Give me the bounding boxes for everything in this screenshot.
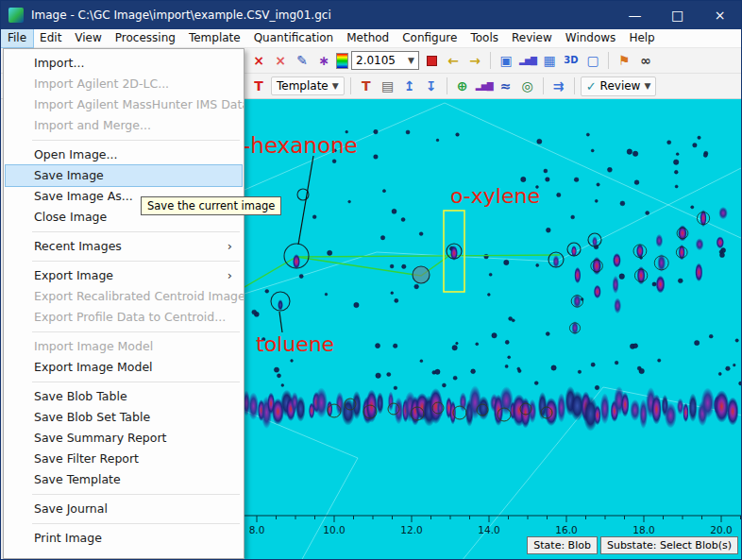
menubar-item-review[interactable]: Review xyxy=(505,29,559,47)
globe-icon[interactable]: ⊕ xyxy=(453,76,472,95)
menu-item-label: Import Agilent 2D-LC... xyxy=(34,76,169,91)
dropdown-arrow-icon: ▼ xyxy=(332,81,339,91)
back-icon[interactable]: ← xyxy=(444,51,463,70)
window-title: Image - C:\GC Image\import\example.CSV_i… xyxy=(31,8,614,22)
stats-icon[interactable]: ▂▅▇ xyxy=(475,76,494,95)
file-menu-item-save-journal[interactable]: Save Journal xyxy=(6,499,242,519)
file-menu-item-save-filter-report[interactable]: Save Filter Report xyxy=(6,449,242,469)
zoom-level-value: 2.0105 xyxy=(356,54,396,67)
menu-separator xyxy=(32,382,240,382)
menu-item-label: Print Image xyxy=(34,531,102,545)
export-template-icon[interactable]: ↧ xyxy=(422,76,441,95)
delete-blob-icon[interactable]: × xyxy=(249,51,268,70)
chromatogram-background xyxy=(245,99,742,560)
template-dropdown-button[interactable]: Template▼ xyxy=(271,76,345,95)
x-tick-label: 18.0 xyxy=(632,524,654,535)
review-label: Review xyxy=(600,79,641,93)
file-menu-item-save-template[interactable]: Save Template xyxy=(6,469,242,490)
file-menu-item-save-blob-table[interactable]: Save Blob Table xyxy=(6,386,242,407)
menubar-item-method[interactable]: Method xyxy=(340,29,396,47)
menubar-item-template[interactable]: Template xyxy=(182,29,247,47)
delete-all-blobs-icon[interactable]: × xyxy=(271,51,290,70)
menu-item-label: Export Profile Data to Centroid... xyxy=(34,310,226,324)
menu-item-label: Import Image Model xyxy=(34,339,153,353)
zoom-region-icon[interactable]: ▣ xyxy=(497,51,515,70)
menubar-item-view[interactable]: View xyxy=(68,29,108,47)
menu-item-label: Open Image... xyxy=(34,147,117,161)
draw-pen-icon[interactable]: ✎ xyxy=(293,51,312,70)
menu-item-label: Recent Images xyxy=(34,239,122,253)
file-menu-item-save-image[interactable]: Save Image xyxy=(6,165,242,186)
menubar-item-windows[interactable]: Windows xyxy=(559,29,623,47)
file-menu-item-recent-images[interactable]: Recent Images› xyxy=(6,236,242,257)
curve-icon[interactable]: ≈ xyxy=(497,76,515,95)
menu-item-label: Save Journal xyxy=(34,501,108,516)
compound-label: toluene xyxy=(256,332,334,356)
file-menu-item-import-agilent-masshunter-ims-data: Import Agilent MassHunter IMS Data... xyxy=(6,94,242,115)
state-status-box: State: Blob xyxy=(527,536,598,554)
menu-separator xyxy=(32,261,240,262)
edit-template-icon[interactable]: T xyxy=(249,76,268,95)
menu-item-label: Save Template xyxy=(34,472,121,486)
menu-item-label: Import... xyxy=(34,56,84,70)
file-menu-item-import-and-merge: Import and Merge... xyxy=(6,115,242,136)
file-menu-item-import-image-model: Import Image Model xyxy=(6,336,242,357)
compound-label: -hexanone xyxy=(245,133,358,158)
file-menu-item-export-image[interactable]: Export Image› xyxy=(6,265,242,286)
x-tick-label: 16.0 xyxy=(555,524,577,535)
substate-status-box: Substate: Select Blob(s) xyxy=(600,536,738,554)
tile-windows-icon[interactable]: ▢ xyxy=(583,51,602,70)
close-button[interactable]: × xyxy=(699,1,741,29)
file-menu-item-import[interactable]: Import... xyxy=(6,53,242,74)
submenu-arrow-icon: › xyxy=(228,265,232,286)
menubar-item-tools[interactable]: Tools xyxy=(464,29,505,47)
3d-view-icon[interactable]: 3D xyxy=(562,51,581,70)
toolbar-separator xyxy=(350,77,351,94)
record-square xyxy=(427,56,437,66)
menubar-item-quantification[interactable]: Quantification xyxy=(247,29,341,47)
forward-icon[interactable]: → xyxy=(465,51,484,70)
chart-icon[interactable]: ▂▅▇ xyxy=(518,51,537,70)
colorize-icon[interactable] xyxy=(336,53,348,69)
merge-icon[interactable]: ⇉ xyxy=(549,76,568,95)
file-menu-item-print-image[interactable]: Print Image xyxy=(6,528,242,549)
menu-bar: FileEditViewProcessingTemplateQuantifica… xyxy=(1,29,741,48)
title-bar: Image - C:\GC Image\import\example.CSV_i… xyxy=(1,1,741,29)
app-icon xyxy=(8,8,24,23)
toolbar-separator xyxy=(490,52,491,69)
apply-template-icon[interactable]: T xyxy=(357,76,376,95)
menu-separator xyxy=(32,494,240,495)
table-icon[interactable]: ▦ xyxy=(540,51,559,70)
menu-item-label: Export Image Model xyxy=(34,360,153,374)
menubar-item-help[interactable]: Help xyxy=(622,29,661,47)
menubar-item-processing[interactable]: Processing xyxy=(109,29,182,47)
file-menu-item-open-image[interactable]: Open Image... xyxy=(6,144,242,165)
record-icon[interactable] xyxy=(422,51,441,70)
menubar-item-configure[interactable]: Configure xyxy=(396,29,464,47)
combobox-arrow-icon[interactable]: ▼ xyxy=(408,56,414,65)
minimize-button[interactable]: — xyxy=(614,1,656,29)
maximize-button[interactable]: □ xyxy=(656,1,699,29)
copy-template-icon[interactable]: ▤ xyxy=(379,76,397,95)
import-template-icon[interactable]: ↥ xyxy=(400,76,419,95)
binoculars-icon[interactable]: ∞ xyxy=(636,51,655,70)
compound-label: o-xylene xyxy=(450,184,540,208)
menubar-item-file[interactable]: File xyxy=(1,29,33,47)
template-label: Template xyxy=(277,79,329,93)
review-dropdown-button[interactable]: ✓Review▼ xyxy=(581,76,657,96)
file-menu-item-export-recalibrated-centroid-image: Export Recalibrated Centroid Image... xyxy=(6,286,242,307)
menubar-item-edit[interactable]: Edit xyxy=(33,29,68,47)
file-menu-item-save-blob-set-table[interactable]: Save Blob Set Table xyxy=(6,407,242,428)
toolbar-separator xyxy=(574,77,575,94)
magic-wand-icon[interactable]: ∗ xyxy=(314,51,333,70)
x-tick-label: 12.0 xyxy=(400,524,422,535)
dropdown-arrow-icon: ▼ xyxy=(644,81,650,91)
target-icon[interactable]: ◎ xyxy=(518,76,537,95)
chromatogram-image[interactable]: -hexanoneo-xylenetoluene8.010.012.014.01… xyxy=(245,99,742,560)
menu-item-label: Import Agilent MassHunter IMS Data... xyxy=(34,97,245,111)
zoom-level-combobox[interactable]: 2.0105▼ xyxy=(351,51,419,70)
file-menu-item-export-image-model[interactable]: Export Image Model xyxy=(6,357,242,378)
file-menu-item-save-summary-report[interactable]: Save Summary Report xyxy=(6,428,242,449)
menu-item-label: Export Recalibrated Centroid Image... xyxy=(34,289,245,303)
flag-icon[interactable]: ⚑ xyxy=(615,51,633,70)
